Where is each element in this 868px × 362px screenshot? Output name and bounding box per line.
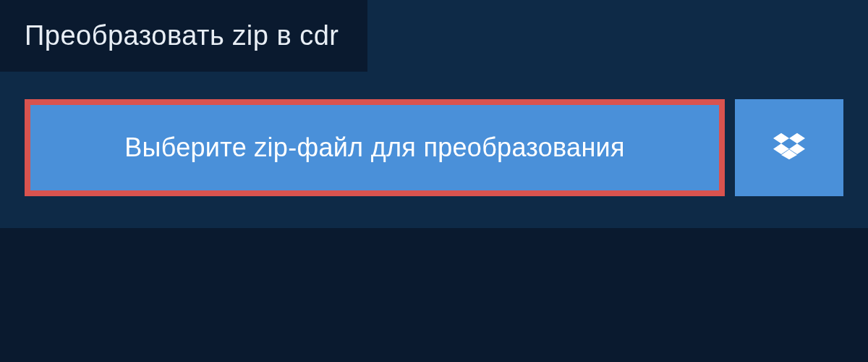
dropbox-button[interactable] xyxy=(735,99,843,196)
dropbox-icon xyxy=(773,130,805,165)
tab-bar: Преобразовать zip в cdr xyxy=(0,0,868,72)
converter-panel: Преобразовать zip в cdr Выберите zip-фай… xyxy=(0,0,868,228)
select-file-label: Выберите zip-файл для преобразования xyxy=(124,132,625,162)
upload-area: Выберите zip-файл для преобразования xyxy=(0,72,868,228)
tab-convert[interactable]: Преобразовать zip в cdr xyxy=(0,0,367,72)
tab-title: Преобразовать zip в cdr xyxy=(25,20,339,51)
select-file-button[interactable]: Выберите zip-файл для преобразования xyxy=(25,99,725,196)
